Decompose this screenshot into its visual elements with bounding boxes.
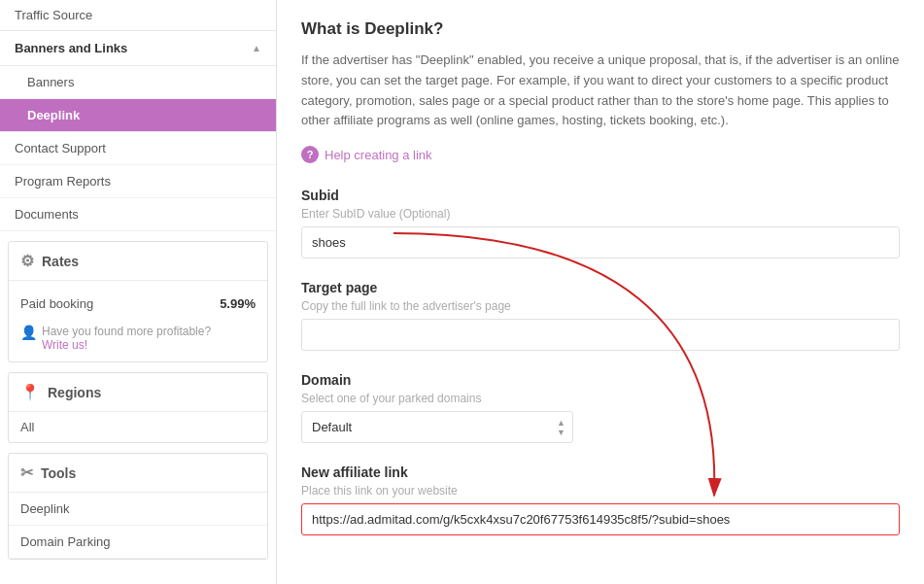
sidebar-item-documents[interactable]: Documents	[0, 198, 276, 231]
sidebar-item-banners[interactable]: Banners	[0, 66, 276, 99]
rates-note: 👤 Have you found more profitable? Write …	[20, 325, 256, 352]
sidebar-item-contact-support[interactable]: Contact Support	[0, 132, 276, 165]
location-icon: 📍	[20, 383, 40, 401]
help-creating-link[interactable]: Help creating a link	[325, 148, 432, 162]
tools-widget-header: ✂ Tools	[9, 454, 267, 493]
subid-group: Subid Enter SubID value (Optional)	[301, 188, 900, 258]
sidebar-banners-links-group[interactable]: Banners and Links ▲	[0, 31, 276, 66]
affiliate-link-group: New affiliate link Place this link on yo…	[301, 464, 900, 535]
sidebar-traffic-source[interactable]: Traffic Source	[0, 0, 276, 31]
tools-deeplink-link[interactable]: Deeplink	[9, 493, 267, 526]
sidebar-item-deeplink[interactable]: Deeplink	[0, 99, 276, 132]
regions-all-link[interactable]: All	[9, 412, 267, 442]
sidebar: Traffic Source Banners and Links ▲ Banne…	[0, 0, 277, 584]
domain-sublabel: Select one of your parked domains	[301, 392, 900, 405]
target-page-group: Target page Copy the full link to the ad…	[301, 280, 900, 351]
main-content: What is Deeplink? If the advertiser has …	[277, 0, 924, 584]
target-page-label: Target page	[301, 280, 900, 295]
tools-domain-parking-link[interactable]: Domain Parking	[9, 526, 267, 559]
target-page-input[interactable]	[301, 319, 900, 351]
write-us-link[interactable]: Write us!	[42, 338, 87, 352]
help-circle-icon: ?	[301, 146, 319, 163]
rates-widget-body: Paid booking 5.99% 👤 Have you found more…	[9, 281, 267, 361]
rates-widget: ⚙ Rates Paid booking 5.99% 👤 Have you fo…	[8, 241, 268, 362]
chevron-up-icon: ▲	[252, 43, 261, 53]
domain-select[interactable]: Default	[301, 411, 573, 443]
gear-icon: ⚙	[20, 252, 34, 270]
domain-label: Domain	[301, 372, 900, 388]
domain-select-wrapper: Default ▲ ▼	[301, 411, 573, 443]
paid-booking-row: Paid booking 5.99%	[20, 291, 256, 317]
regions-widget-header: 📍 Regions	[9, 373, 267, 412]
tools-widget: ✂ Tools Deeplink Domain Parking	[8, 453, 268, 560]
affiliate-link-sublabel: Place this link on your website	[301, 484, 900, 498]
affiliate-link-input[interactable]	[301, 503, 900, 535]
tools-icon: ✂	[20, 464, 33, 482]
subid-sublabel: Enter SubID value (Optional)	[301, 207, 900, 221]
affiliate-link-label: New affiliate link	[301, 464, 900, 480]
person-icon: 👤	[20, 325, 37, 340]
page-title: What is Deeplink?	[301, 19, 900, 39]
help-link-container: ? Help creating a link	[301, 146, 900, 163]
regions-widget: 📍 Regions All	[8, 372, 268, 443]
domain-group: Domain Select one of your parked domains…	[301, 372, 900, 443]
rates-widget-header: ⚙ Rates	[9, 242, 267, 281]
subid-input[interactable]	[301, 226, 900, 258]
sidebar-item-program-reports[interactable]: Program Reports	[0, 165, 276, 198]
subid-label: Subid	[301, 188, 900, 203]
description-text: If the advertiser has "Deeplink" enabled…	[301, 51, 900, 131]
target-page-sublabel: Copy the full link to the advertiser's p…	[301, 299, 900, 313]
